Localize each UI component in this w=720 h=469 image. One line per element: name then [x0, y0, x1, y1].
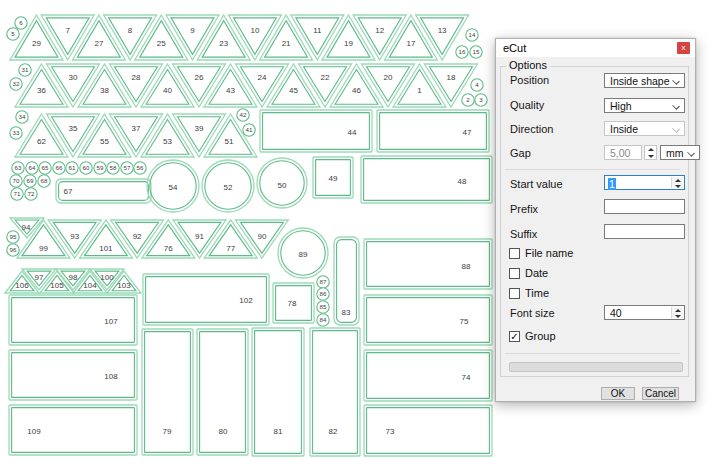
- shape-33-number: 33: [13, 129, 20, 136]
- shape-75-contour: [367, 298, 490, 343]
- shape-43-number: 43: [226, 86, 235, 95]
- quality-value: High: [610, 100, 632, 112]
- spin-buttons[interactable]: [671, 177, 683, 188]
- suffix-input[interactable]: [604, 224, 685, 239]
- shape-98-number: 98: [69, 273, 78, 282]
- checkbox-icon[interactable]: [509, 288, 520, 299]
- shape-109-number: 109: [27, 427, 41, 436]
- shape-57-number: 57: [124, 164, 131, 171]
- shape-2-number: 2: [466, 96, 470, 103]
- spin-down-icon[interactable]: [672, 183, 683, 189]
- file-name-checkbox[interactable]: File name: [509, 247, 573, 259]
- options-group-title: Options: [506, 59, 550, 71]
- dialog-titlebar[interactable]: eCut x: [496, 39, 695, 57]
- shape-46-number: 46: [352, 86, 361, 95]
- shape-7-number: 7: [65, 26, 70, 35]
- shape-94-number: 94: [22, 223, 31, 232]
- prefix-input[interactable]: [604, 199, 685, 214]
- time-checkbox[interactable]: Time: [509, 287, 549, 299]
- shape-30-number: 30: [69, 73, 78, 82]
- shape-73[interactable]: [364, 405, 492, 456]
- shape-15-number: 15: [473, 48, 480, 55]
- separator: [505, 169, 680, 170]
- shape-39-number: 39: [195, 124, 204, 133]
- shape-81[interactable]: [252, 328, 304, 456]
- shape-64-number: 64: [29, 164, 36, 171]
- shape-85-number: 85: [320, 303, 327, 310]
- shape-80-number: 80: [219, 427, 228, 436]
- close-icon[interactable]: x: [677, 42, 690, 54]
- prefix-label: Prefix: [510, 203, 538, 215]
- checkbox-icon[interactable]: ✓: [509, 331, 520, 342]
- app-window: 2972782592310211119121713363038284026432…: [0, 0, 720, 469]
- shape-97-number: 97: [35, 273, 44, 282]
- shape-77-number: 77: [226, 244, 235, 253]
- ecut-dialog: eCut x Options Position Inside shape Qua…: [495, 38, 696, 402]
- shape-47[interactable]: [377, 110, 489, 152]
- font-size-label: Font size: [510, 307, 555, 319]
- shape-102-number: 102: [239, 296, 253, 305]
- shape-34-number: 34: [19, 113, 26, 120]
- group-checkbox[interactable]: ✓ Group: [509, 330, 556, 342]
- shape-11-number: 11: [313, 26, 322, 35]
- shape-108[interactable]: [9, 350, 137, 400]
- shape-38-number: 38: [100, 86, 109, 95]
- shape-53-number: 53: [163, 137, 172, 146]
- shape-99-number: 99: [39, 244, 48, 253]
- shape-87-number: 87: [320, 278, 327, 285]
- shape-79[interactable]: [142, 329, 193, 455]
- shape-10-number: 10: [250, 26, 259, 35]
- start-value-spinner[interactable]: 1: [604, 175, 685, 190]
- cancel-button[interactable]: Cancel: [642, 387, 679, 400]
- gap-label: Gap: [510, 147, 531, 159]
- spin-down-icon[interactable]: [672, 313, 683, 319]
- shape-3-number: 3: [479, 96, 483, 103]
- shape-61-number: 61: [69, 164, 76, 171]
- spin-buttons[interactable]: [671, 307, 683, 318]
- gap-spinner: 5,00: [604, 145, 642, 160]
- shape-37-number: 37: [132, 124, 141, 133]
- date-checkbox[interactable]: Date: [509, 267, 548, 279]
- shape-107[interactable]: [9, 295, 137, 345]
- gap-unit-select[interactable]: mm: [660, 145, 700, 160]
- shape-80[interactable]: [197, 329, 248, 455]
- shape-17-number: 17: [406, 39, 415, 48]
- dialog-title: eCut: [503, 42, 526, 54]
- ok-button[interactable]: OK: [601, 387, 635, 400]
- shape-88[interactable]: [364, 239, 492, 289]
- shape-36-number: 36: [37, 86, 46, 95]
- shape-42-number: 42: [240, 111, 247, 118]
- start-value-input[interactable]: 1: [608, 178, 616, 190]
- shape-62-number: 62: [37, 137, 46, 146]
- shape-48[interactable]: [361, 156, 492, 203]
- position-select[interactable]: Inside shape: [604, 73, 685, 88]
- shape-45-number: 45: [289, 86, 298, 95]
- shape-26-number: 26: [195, 73, 204, 82]
- chevron-down-icon: [673, 78, 679, 84]
- font-size-spinner[interactable]: 40: [604, 305, 685, 320]
- shape-84-number: 84: [320, 316, 327, 323]
- shape-18-number: 18: [447, 73, 456, 82]
- shape-96-number: 96: [10, 246, 17, 253]
- group-checkbox-label: Group: [525, 330, 556, 342]
- checkbox-icon[interactable]: [509, 248, 520, 259]
- shape-9-number: 9: [190, 26, 195, 35]
- shape-86-number: 86: [320, 290, 327, 297]
- file-name-checkbox-label: File name: [525, 247, 573, 259]
- shape-22-number: 22: [321, 73, 330, 82]
- shape-70-number: 70: [13, 177, 20, 184]
- shape-29-number: 29: [32, 39, 41, 48]
- shape-88-number: 88: [462, 262, 471, 271]
- shape-65-number: 65: [42, 164, 49, 171]
- progress-bar: [509, 362, 683, 372]
- direction-label: Direction: [510, 123, 553, 135]
- shape-82[interactable]: [310, 328, 360, 456]
- shape-74[interactable]: [364, 350, 492, 401]
- quality-select[interactable]: High: [604, 98, 685, 113]
- shape-19-number: 19: [344, 39, 353, 48]
- shape-75[interactable]: [364, 295, 492, 345]
- suffix-label: Suffix: [510, 228, 537, 240]
- shape-78-number: 78: [288, 299, 297, 308]
- checkbox-icon[interactable]: [509, 268, 520, 279]
- shape-108-number: 108: [104, 372, 118, 381]
